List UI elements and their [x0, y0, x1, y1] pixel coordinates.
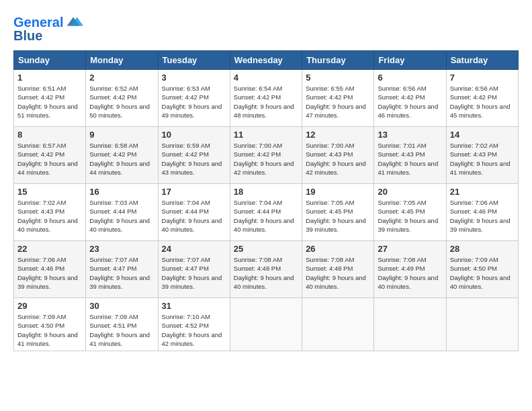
header-row: SundayMondayTuesdayWednesdayThursdayFrid… [14, 51, 519, 70]
calendar-cell: 11 Sunrise: 7:00 AMSunset: 4:42 PMDaylig… [230, 127, 302, 184]
week-row-5: 29 Sunrise: 7:09 AMSunset: 4:50 PMDaylig… [14, 298, 519, 351]
day-number: 7 [450, 73, 515, 83]
day-number: 16 [89, 187, 154, 197]
calendar-cell: 18 Sunrise: 7:04 AMSunset: 4:44 PMDaylig… [230, 184, 302, 241]
day-number: 21 [450, 187, 515, 197]
calendar-cell [374, 298, 446, 351]
day-info: Sunrise: 7:09 AMSunset: 4:50 PMDaylight:… [450, 255, 515, 291]
day-number: 18 [234, 187, 298, 197]
day-number: 8 [17, 130, 82, 140]
calendar-cell [302, 298, 374, 351]
day-info: Sunrise: 7:02 AMSunset: 4:43 PMDaylight:… [17, 198, 82, 234]
day-info: Sunrise: 7:06 AMSunset: 4:46 PMDaylight:… [450, 198, 515, 234]
day-number: 9 [89, 130, 154, 140]
day-number: 26 [306, 244, 370, 254]
logo: General Blue [13, 13, 83, 44]
calendar-cell: 12 Sunrise: 7:00 AMSunset: 4:43 PMDaylig… [302, 127, 374, 184]
day-info: Sunrise: 7:09 AMSunset: 4:50 PMDaylight:… [17, 312, 82, 348]
calendar-header: SundayMondayTuesdayWednesdayThursdayFrid… [14, 51, 519, 70]
day-number: 13 [378, 130, 442, 140]
calendar-cell: 24 Sunrise: 7:07 AMSunset: 4:47 PMDaylig… [158, 241, 230, 298]
calendar-cell: 30 Sunrise: 7:09 AMSunset: 4:51 PMDaylig… [86, 298, 158, 351]
day-number: 30 [89, 301, 154, 311]
day-number: 3 [162, 73, 226, 83]
calendar-cell: 28 Sunrise: 7:09 AMSunset: 4:50 PMDaylig… [446, 241, 518, 298]
day-number: 25 [234, 244, 298, 254]
calendar-cell: 6 Sunrise: 6:56 AMSunset: 4:42 PMDayligh… [374, 70, 446, 127]
calendar-cell: 2 Sunrise: 6:52 AMSunset: 4:42 PMDayligh… [86, 70, 158, 127]
day-info: Sunrise: 6:54 AMSunset: 4:42 PMDaylight:… [234, 84, 298, 120]
header-day-wednesday: Wednesday [230, 51, 302, 70]
calendar-cell: 13 Sunrise: 7:01 AMSunset: 4:43 PMDaylig… [374, 127, 446, 184]
day-info: Sunrise: 6:56 AMSunset: 4:42 PMDaylight:… [450, 84, 515, 120]
calendar-cell: 9 Sunrise: 6:58 AMSunset: 4:42 PMDayligh… [86, 127, 158, 184]
calendar-cell: 10 Sunrise: 6:59 AMSunset: 4:42 PMDaylig… [158, 127, 230, 184]
day-info: Sunrise: 6:55 AMSunset: 4:42 PMDaylight:… [306, 84, 370, 120]
day-info: Sunrise: 7:05 AMSunset: 4:45 PMDaylight:… [378, 198, 442, 234]
calendar-cell: 29 Sunrise: 7:09 AMSunset: 4:50 PMDaylig… [14, 298, 86, 351]
day-number: 24 [162, 244, 226, 254]
day-info: Sunrise: 6:52 AMSunset: 4:42 PMDaylight:… [89, 84, 154, 120]
day-info: Sunrise: 6:51 AMSunset: 4:42 PMDaylight:… [17, 84, 82, 120]
logo-icon [64, 12, 83, 31]
calendar-table: SundayMondayTuesdayWednesdayThursdayFrid… [13, 50, 519, 351]
calendar-cell: 14 Sunrise: 7:02 AMSunset: 4:43 PMDaylig… [446, 127, 518, 184]
day-info: Sunrise: 7:02 AMSunset: 4:43 PMDaylight:… [450, 141, 515, 177]
calendar-cell: 5 Sunrise: 6:55 AMSunset: 4:42 PMDayligh… [302, 70, 374, 127]
calendar-cell: 19 Sunrise: 7:05 AMSunset: 4:45 PMDaylig… [302, 184, 374, 241]
calendar-cell: 3 Sunrise: 6:53 AMSunset: 4:42 PMDayligh… [158, 70, 230, 127]
day-info: Sunrise: 6:57 AMSunset: 4:42 PMDaylight:… [17, 141, 82, 177]
calendar-cell: 27 Sunrise: 7:08 AMSunset: 4:49 PMDaylig… [374, 241, 446, 298]
header-day-saturday: Saturday [446, 51, 518, 70]
day-info: Sunrise: 7:04 AMSunset: 4:44 PMDaylight:… [162, 198, 226, 234]
page-header: General Blue [13, 13, 519, 44]
day-number: 20 [378, 187, 442, 197]
day-number: 1 [17, 73, 82, 83]
day-info: Sunrise: 6:59 AMSunset: 4:42 PMDaylight:… [162, 141, 226, 177]
day-info: Sunrise: 7:04 AMSunset: 4:44 PMDaylight:… [234, 198, 298, 234]
day-number: 14 [450, 130, 515, 140]
day-number: 4 [234, 73, 298, 83]
calendar-cell: 17 Sunrise: 7:04 AMSunset: 4:44 PMDaylig… [158, 184, 230, 241]
day-info: Sunrise: 7:01 AMSunset: 4:43 PMDaylight:… [378, 141, 442, 177]
calendar-cell: 25 Sunrise: 7:08 AMSunset: 4:48 PMDaylig… [230, 241, 302, 298]
calendar-cell: 20 Sunrise: 7:05 AMSunset: 4:45 PMDaylig… [374, 184, 446, 241]
day-number: 29 [17, 301, 82, 311]
calendar-cell: 31 Sunrise: 7:10 AMSunset: 4:52 PMDaylig… [158, 298, 230, 351]
day-info: Sunrise: 7:09 AMSunset: 4:51 PMDaylight:… [89, 312, 154, 348]
calendar-cell: 8 Sunrise: 6:57 AMSunset: 4:42 PMDayligh… [14, 127, 86, 184]
day-info: Sunrise: 7:10 AMSunset: 4:52 PMDaylight:… [162, 312, 226, 348]
day-number: 10 [162, 130, 226, 140]
day-number: 19 [306, 187, 370, 197]
day-number: 15 [17, 187, 82, 197]
day-number: 11 [234, 130, 298, 140]
calendar-cell: 7 Sunrise: 6:56 AMSunset: 4:42 PMDayligh… [446, 70, 518, 127]
week-row-1: 1 Sunrise: 6:51 AMSunset: 4:42 PMDayligh… [14, 70, 519, 127]
day-info: Sunrise: 7:06 AMSunset: 4:46 PMDaylight:… [17, 255, 82, 291]
day-number: 22 [17, 244, 82, 254]
calendar-cell: 21 Sunrise: 7:06 AMSunset: 4:46 PMDaylig… [446, 184, 518, 241]
header-day-friday: Friday [374, 51, 446, 70]
day-number: 2 [89, 73, 154, 83]
header-day-thursday: Thursday [302, 51, 374, 70]
header-day-monday: Monday [86, 51, 158, 70]
calendar-cell [446, 298, 518, 351]
day-number: 5 [306, 73, 370, 83]
day-info: Sunrise: 6:56 AMSunset: 4:42 PMDaylight:… [378, 84, 442, 120]
calendar-cell: 16 Sunrise: 7:03 AMSunset: 4:44 PMDaylig… [86, 184, 158, 241]
calendar-cell [230, 298, 302, 351]
day-number: 17 [162, 187, 226, 197]
day-info: Sunrise: 7:08 AMSunset: 4:49 PMDaylight:… [378, 255, 442, 291]
week-row-3: 15 Sunrise: 7:02 AMSunset: 4:43 PMDaylig… [14, 184, 519, 241]
day-info: Sunrise: 7:07 AMSunset: 4:47 PMDaylight:… [89, 255, 154, 291]
day-number: 6 [378, 73, 442, 83]
calendar-cell: 26 Sunrise: 7:08 AMSunset: 4:48 PMDaylig… [302, 241, 374, 298]
calendar-cell: 1 Sunrise: 6:51 AMSunset: 4:42 PMDayligh… [14, 70, 86, 127]
day-info: Sunrise: 6:58 AMSunset: 4:42 PMDaylight:… [89, 141, 154, 177]
day-number: 23 [89, 244, 154, 254]
day-info: Sunrise: 7:07 AMSunset: 4:47 PMDaylight:… [162, 255, 226, 291]
day-info: Sunrise: 7:03 AMSunset: 4:44 PMDaylight:… [89, 198, 154, 234]
day-number: 28 [450, 244, 515, 254]
day-info: Sunrise: 7:08 AMSunset: 4:48 PMDaylight:… [306, 255, 370, 291]
calendar-body: 1 Sunrise: 6:51 AMSunset: 4:42 PMDayligh… [14, 70, 519, 351]
